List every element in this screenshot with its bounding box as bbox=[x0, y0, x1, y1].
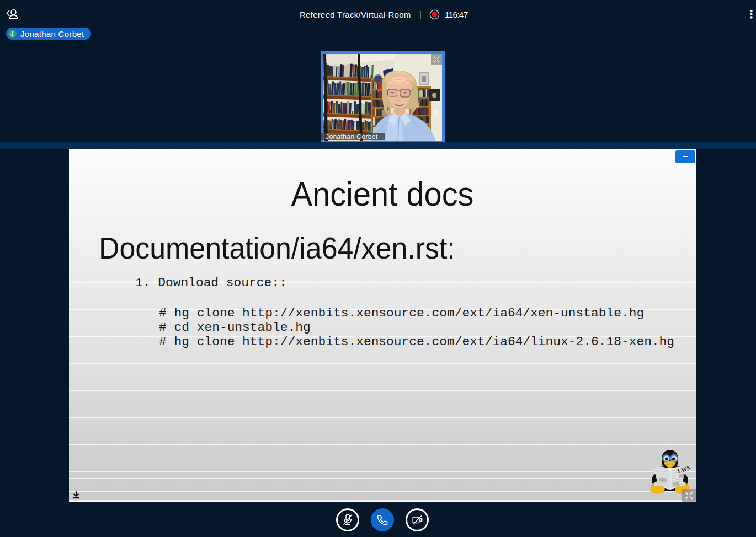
svg-text:LWN: LWN bbox=[677, 464, 690, 474]
